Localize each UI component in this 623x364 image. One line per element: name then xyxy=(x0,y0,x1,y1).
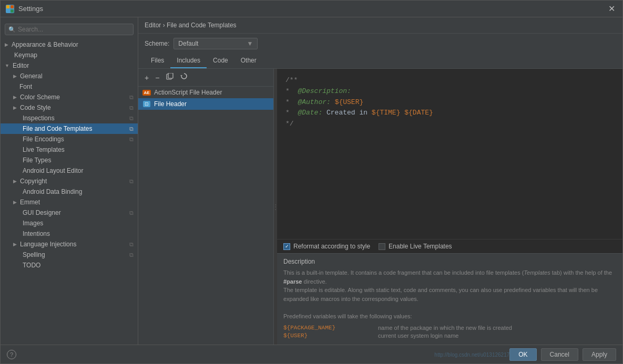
ok-button[interactable]: OK xyxy=(509,348,536,361)
sidebar-item-label: Emmet xyxy=(20,199,40,206)
sidebar-item-file-types[interactable]: File Types xyxy=(1,155,138,165)
apply-button[interactable]: Apply xyxy=(583,348,616,361)
sidebar-item-keymap[interactable]: Keymap xyxy=(1,50,138,60)
sidebar-item-editor[interactable]: ▼ Editor xyxy=(1,60,138,71)
copy-icon: ⧉ xyxy=(129,252,134,258)
variable-name: ${PACKAGE_NAME} xyxy=(283,325,367,331)
scheme-select[interactable]: Default ▼ xyxy=(173,38,258,49)
reformat-label: Reformat according to style xyxy=(293,243,370,250)
watermark: http://blog.csdn.net/u013126217 xyxy=(434,352,509,358)
sidebar-item-color-scheme[interactable]: ▶ Color Scheme ⧉ xyxy=(1,92,138,102)
expand-arrow-icon: ▶ xyxy=(13,105,17,110)
description-variables: ${PACKAGE_NAME} name of the package in w… xyxy=(283,325,616,339)
sidebar-item-label: Inspections xyxy=(23,115,55,122)
sidebar-item-gui-designer[interactable]: GUI Designer ⧉ xyxy=(1,207,138,218)
add-button[interactable]: + xyxy=(142,72,151,83)
search-box[interactable]: 🔍 xyxy=(5,24,134,35)
title-bar: Settings ✕ xyxy=(1,1,622,17)
breadcrumb-part2: File and Code Templates xyxy=(167,22,237,29)
close-button[interactable]: ✕ xyxy=(606,4,617,14)
sidebar: 🔍 ▶ Appearance & Behavior Keymap ▼ Edito… xyxy=(1,17,138,345)
live-templates-checkbox[interactable] xyxy=(379,243,385,250)
sidebar-item-label: TODO xyxy=(23,262,40,269)
file-item-label: File Header xyxy=(154,100,187,108)
sidebar-item-intentions[interactable]: Intentions xyxy=(1,228,138,239)
code-area[interactable]: /** * @Description: * @Author: ${USER} xyxy=(277,69,622,239)
code-line: /** xyxy=(285,75,614,86)
window-title: Settings xyxy=(18,5,43,13)
editor-footer: Reformat according to style Enable Live … xyxy=(277,239,622,253)
remove-button[interactable]: − xyxy=(153,72,161,83)
sidebar-item-todo[interactable]: TODO xyxy=(1,260,138,271)
code-variable: ${TIME} xyxy=(372,108,401,119)
copy-icon: ⧉ xyxy=(129,241,134,248)
search-icon: 🔍 xyxy=(8,26,16,33)
tabs-bar: Files Includes Code Other xyxy=(138,54,622,69)
expand-arrow-icon: ▶ xyxy=(5,42,8,47)
sidebar-item-label: GUI Designer xyxy=(23,209,61,216)
copy-icon: ⧉ xyxy=(129,178,134,185)
code-comment: * xyxy=(285,86,298,97)
variable-desc: current user system login name xyxy=(378,332,458,339)
actionscript-icon: AE xyxy=(142,89,151,96)
sidebar-item-live-templates[interactable]: Live Templates xyxy=(1,144,138,155)
copy-icon: ⧉ xyxy=(129,94,134,101)
sidebar-item-spelling[interactable]: Spelling ⧉ xyxy=(1,249,138,260)
live-templates-checkbox-row: Enable Live Templates xyxy=(379,243,452,250)
sidebar-item-label: Color Scheme xyxy=(20,93,60,101)
sidebar-item-label: Android Data Binding xyxy=(23,188,82,195)
cancel-button[interactable]: Cancel xyxy=(541,348,578,361)
sidebar-item-label: Language Injections xyxy=(20,241,76,248)
variable-name: ${USER} xyxy=(283,332,367,339)
variable-row: ${USER} current user system login name xyxy=(283,332,616,339)
bottom-left: ? xyxy=(7,350,16,359)
variable-row: ${PACKAGE_NAME} name of the package in w… xyxy=(283,325,616,331)
sidebar-item-images[interactable]: Images xyxy=(1,218,138,228)
code-editor: /** * @Description: * @Author: ${USER} xyxy=(277,69,622,253)
expand-arrow-icon: ▼ xyxy=(5,63,9,68)
sidebar-item-emmet[interactable]: ▶ Emmet xyxy=(1,197,138,207)
breadcrumb-part1: Editor xyxy=(145,22,161,29)
list-item[interactable]: ⊡ File Header xyxy=(138,98,273,110)
tab-code[interactable]: Code xyxy=(207,54,234,68)
svg-rect-5 xyxy=(168,73,173,78)
list-item[interactable]: AE ActionScript File Header xyxy=(138,87,273,98)
code-comment: /** xyxy=(285,75,298,86)
scheme-row: Scheme: Default ▼ xyxy=(138,34,622,54)
tab-other[interactable]: Other xyxy=(234,54,263,68)
sidebar-item-android-data-binding[interactable]: Android Data Binding xyxy=(1,186,138,197)
live-templates-label: Enable Live Templates xyxy=(389,243,452,250)
sidebar-item-file-encodings[interactable]: File Encodings ⧉ xyxy=(1,134,138,144)
app-icon xyxy=(6,5,14,13)
copy-icon: ⧉ xyxy=(129,105,134,111)
reset-button[interactable] xyxy=(178,72,190,83)
sidebar-item-font[interactable]: Font xyxy=(1,81,138,92)
tab-includes[interactable]: Includes xyxy=(170,54,207,68)
svg-rect-0 xyxy=(6,5,9,8)
sidebar-item-label: Spelling xyxy=(23,251,45,258)
sidebar-item-copyright[interactable]: ▶ Copyright ⧉ xyxy=(1,176,138,186)
sidebar-item-general[interactable]: ▶ General xyxy=(1,71,138,81)
code-comment: */ xyxy=(285,119,294,130)
tab-files[interactable]: Files xyxy=(145,54,170,68)
search-input[interactable] xyxy=(18,26,130,33)
reformat-checkbox-row: Reformat according to style xyxy=(283,243,370,250)
dropdown-arrow-icon: ▼ xyxy=(247,40,253,47)
sidebar-item-android-layout-editor[interactable]: Android Layout Editor xyxy=(1,165,138,176)
description-title: Description xyxy=(283,258,616,265)
sidebar-item-file-and-code-templates[interactable]: File and Code Templates ⧉ xyxy=(1,123,138,134)
bottom-bar: ? http://blog.csdn.net/u013126217 OK Can… xyxy=(1,345,622,363)
help-button[interactable]: ? xyxy=(7,350,16,359)
sidebar-item-code-style[interactable]: ▶ Code Style ⧉ xyxy=(1,102,138,113)
sidebar-item-language-injections[interactable]: ▶ Language Injections ⧉ xyxy=(1,239,138,249)
bottom-right: OK Cancel Apply xyxy=(509,348,616,361)
sidebar-item-appearance[interactable]: ▶ Appearance & Behavior xyxy=(1,39,138,50)
sidebar-item-inspections[interactable]: Inspections ⧉ xyxy=(1,113,138,123)
copy-template-button[interactable] xyxy=(164,72,176,83)
breadcrumb: Editor › File and Code Templates xyxy=(138,17,622,34)
reformat-checkbox[interactable] xyxy=(283,243,290,250)
code-variable: ${DATE} xyxy=(404,108,433,119)
predefined-text: Predefined variables will take the follo… xyxy=(283,313,412,319)
file-list-items: AE ActionScript File Header ⊡ File Heade… xyxy=(138,87,273,345)
editor-panel: /** * @Description: * @Author: ${USER} xyxy=(277,69,622,345)
